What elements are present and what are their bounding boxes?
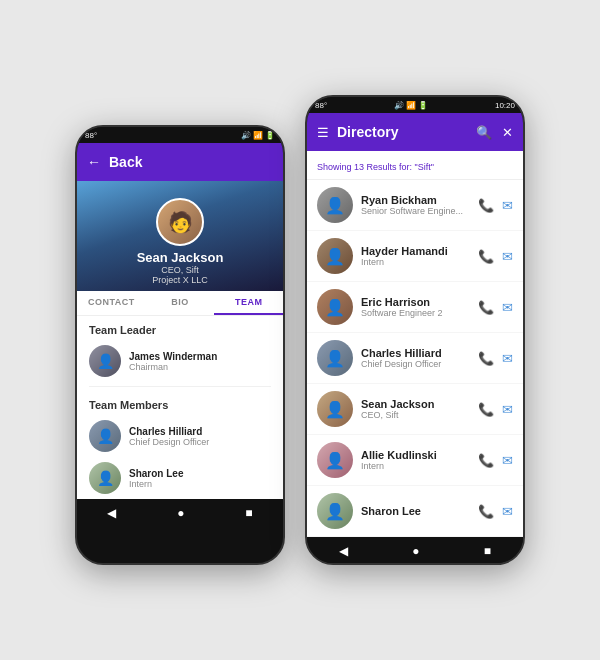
- list-item[interactable]: 👤 Sean Jackson CEO, Sift 📞 ✉: [307, 384, 523, 435]
- call-icon[interactable]: 📞: [478, 504, 494, 519]
- nav-square[interactable]: ■: [245, 506, 252, 520]
- left-status-icons: 🔊 📶 🔋: [241, 131, 275, 140]
- profile-avatar: 🧑: [156, 198, 204, 246]
- list-item[interactable]: 👤 Sharon Lee 📞 ✉: [307, 486, 523, 537]
- sharon-avatar: 👤: [89, 462, 121, 494]
- header-icons: 🔍 ✕: [476, 125, 513, 140]
- search-icon[interactable]: 🔍: [476, 125, 492, 140]
- nav-home[interactable]: ●: [177, 506, 184, 520]
- sean-dir-actions: 📞 ✉: [478, 402, 513, 417]
- james-info: James Winderman Chairman: [129, 351, 217, 372]
- close-icon[interactable]: ✕: [502, 125, 513, 140]
- menu-icon[interactable]: ☰: [317, 125, 329, 140]
- charles-info: Charles Hilliard Chief Design Officer: [129, 426, 209, 447]
- sean-dir-avatar: 👤: [317, 391, 353, 427]
- email-icon[interactable]: ✉: [502, 351, 513, 366]
- left-header: ← Back: [77, 143, 283, 181]
- team-divider: [89, 386, 271, 387]
- right-phone: 88° 🔊 📶 🔋 10:20 ☰ Directory 🔍 ✕ Showing …: [305, 95, 525, 565]
- james-name: James Winderman: [129, 351, 217, 362]
- results-text: Showing 13 Results for: "Sift": [317, 162, 434, 172]
- call-icon[interactable]: 📞: [478, 453, 494, 468]
- call-icon[interactable]: 📞: [478, 198, 494, 213]
- charles-dir-actions: 📞 ✉: [478, 351, 513, 366]
- eric-role: Software Engineer 2: [361, 308, 470, 318]
- right-status-icons: 🔊 📶 🔋: [394, 101, 428, 110]
- sharon-row: 👤 Sharon Lee Intern: [77, 457, 283, 499]
- charles-dir-info: Charles Hilliard Chief Design Officer: [361, 347, 470, 369]
- email-icon[interactable]: ✉: [502, 300, 513, 315]
- sharon-role: Intern: [129, 479, 183, 489]
- directory-list: 👤 Ryan Bickham Senior Software Engine...…: [307, 180, 523, 537]
- eric-info: Eric Harrison Software Engineer 2: [361, 296, 470, 318]
- profile-tabs: CONTACT BIO TEAM: [77, 291, 283, 316]
- list-item[interactable]: 👤 Allie Kudlinski Intern 📞 ✉: [307, 435, 523, 486]
- sharon-dir-actions: 📞 ✉: [478, 504, 513, 519]
- nav-back[interactable]: ◀: [339, 544, 348, 558]
- profile-line1: CEO, Sift: [161, 265, 199, 275]
- sharon-dir-name: Sharon Lee: [361, 505, 470, 517]
- email-icon[interactable]: ✉: [502, 402, 513, 417]
- team-members-title: Team Members: [77, 391, 283, 415]
- call-icon[interactable]: 📞: [478, 402, 494, 417]
- email-icon[interactable]: ✉: [502, 504, 513, 519]
- list-item[interactable]: 👤 Charles Hilliard Chief Design Officer …: [307, 333, 523, 384]
- email-icon[interactable]: ✉: [502, 249, 513, 264]
- ryan-role: Senior Software Engine...: [361, 206, 470, 216]
- right-time: 10:20: [495, 101, 515, 110]
- email-icon[interactable]: ✉: [502, 198, 513, 213]
- right-header: ☰ Directory 🔍 ✕: [307, 113, 523, 151]
- left-header-title: Back: [109, 154, 273, 170]
- list-item[interactable]: 👤 Ryan Bickham Senior Software Engine...…: [307, 180, 523, 231]
- tab-bio[interactable]: BIO: [146, 291, 215, 315]
- eric-avatar: 👤: [317, 289, 353, 325]
- call-icon[interactable]: 📞: [478, 300, 494, 315]
- charles-dir-name: Charles Hilliard: [361, 347, 470, 359]
- team-section: Team Leader 👤 James Winderman Chairman T…: [77, 316, 283, 499]
- hayder-actions: 📞 ✉: [478, 249, 513, 264]
- charles-name: Charles Hilliard: [129, 426, 209, 437]
- sean-dir-role: CEO, Sift: [361, 410, 470, 420]
- charles-dir-role: Chief Design Officer: [361, 359, 470, 369]
- right-header-title: Directory: [337, 124, 476, 140]
- tab-team[interactable]: TEAM: [214, 291, 283, 315]
- sean-dir-info: Sean Jackson CEO, Sift: [361, 398, 470, 420]
- call-icon[interactable]: 📞: [478, 249, 494, 264]
- allie-actions: 📞 ✉: [478, 453, 513, 468]
- profile-name: Sean Jackson: [137, 250, 224, 265]
- results-row: Showing 13 Results for: "Sift": [307, 151, 523, 180]
- team-leader-title: Team Leader: [77, 316, 283, 340]
- sean-dir-name: Sean Jackson: [361, 398, 470, 410]
- team-leader-row: 👤 James Winderman Chairman: [77, 340, 283, 382]
- hayder-info: Hayder Hamandi Intern: [361, 245, 470, 267]
- list-item[interactable]: 👤 Hayder Hamandi Intern 📞 ✉: [307, 231, 523, 282]
- ryan-name: Ryan Bickham: [361, 194, 470, 206]
- ryan-avatar: 👤: [317, 187, 353, 223]
- right-bottom-nav: ◀ ● ■: [307, 537, 523, 565]
- nav-home[interactable]: ●: [412, 544, 419, 558]
- james-role: Chairman: [129, 362, 217, 372]
- hayder-role: Intern: [361, 257, 470, 267]
- sharon-dir-avatar: 👤: [317, 493, 353, 529]
- hayder-name: Hayder Hamandi: [361, 245, 470, 257]
- sharon-dir-info: Sharon Lee: [361, 505, 470, 517]
- charles-role: Chief Design Officer: [129, 437, 209, 447]
- nav-back[interactable]: ◀: [107, 506, 116, 520]
- results-query: "Sift": [415, 162, 434, 172]
- left-phone: 88° 🔊 📶 🔋 ← Back 🧑 Sean Jackson CEO, Sif…: [75, 125, 285, 565]
- charles-avatar: 👤: [89, 420, 121, 452]
- nav-square[interactable]: ■: [484, 544, 491, 558]
- ryan-actions: 📞 ✉: [478, 198, 513, 213]
- call-icon[interactable]: 📞: [478, 351, 494, 366]
- allie-avatar: 👤: [317, 442, 353, 478]
- ryan-info: Ryan Bickham Senior Software Engine...: [361, 194, 470, 216]
- left-signal: 88°: [85, 131, 97, 140]
- allie-info: Allie Kudlinski Intern: [361, 449, 470, 471]
- sharon-name: Sharon Lee: [129, 468, 183, 479]
- eric-name: Eric Harrison: [361, 296, 470, 308]
- left-bottom-nav: ◀ ● ■: [77, 499, 283, 527]
- back-icon[interactable]: ←: [87, 154, 101, 170]
- list-item[interactable]: 👤 Eric Harrison Software Engineer 2 📞 ✉: [307, 282, 523, 333]
- email-icon[interactable]: ✉: [502, 453, 513, 468]
- tab-contact[interactable]: CONTACT: [77, 291, 146, 315]
